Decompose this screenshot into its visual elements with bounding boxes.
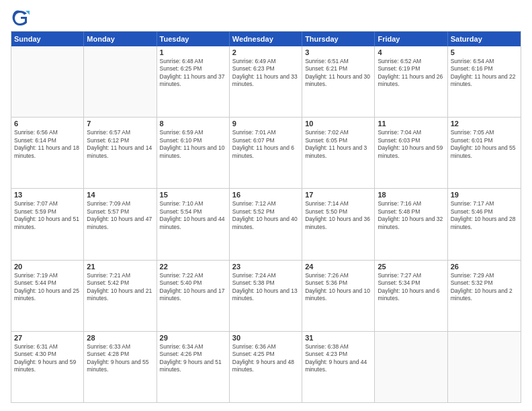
cal-cell: 24Sunrise: 7:26 AMSunset: 5:36 PMDayligh… — [302, 261, 375, 331]
cal-cell: 20Sunrise: 7:19 AMSunset: 5:44 PMDayligh… — [11, 261, 84, 331]
day-number: 25 — [378, 263, 444, 271]
cal-header-sunday: Sunday — [11, 32, 84, 46]
day-info: Sunrise: 7:12 AMSunset: 5:52 PMDaylight:… — [232, 200, 299, 231]
logo-icon — [11, 8, 30, 27]
calendar-header-row: SundayMondayTuesdayWednesdayThursdayFrid… — [11, 32, 521, 46]
day-info: Sunrise: 7:26 AMSunset: 5:36 PMDaylight:… — [305, 272, 371, 303]
day-info: Sunrise: 7:07 AMSunset: 5:59 PMDaylight:… — [14, 200, 81, 231]
day-info: Sunrise: 7:02 AMSunset: 6:05 PMDaylight:… — [305, 129, 371, 160]
day-number: 8 — [160, 120, 226, 128]
day-number: 19 — [451, 191, 518, 199]
cal-cell: 28Sunrise: 6:33 AMSunset: 4:28 PMDayligh… — [84, 332, 157, 402]
day-number: 29 — [160, 334, 226, 342]
day-info: Sunrise: 6:33 AMSunset: 4:28 PMDaylight:… — [87, 343, 153, 374]
day-info: Sunrise: 7:21 AMSunset: 5:42 PMDaylight:… — [87, 272, 153, 303]
day-number: 11 — [378, 120, 444, 128]
cal-cell: 4Sunrise: 6:52 AMSunset: 6:19 PMDaylight… — [375, 46, 447, 117]
day-info: Sunrise: 7:17 AMSunset: 5:46 PMDaylight:… — [451, 200, 518, 231]
cal-week-2: 6Sunrise: 6:56 AMSunset: 6:14 PMDaylight… — [11, 117, 521, 188]
day-info: Sunrise: 6:59 AMSunset: 6:10 PMDaylight:… — [160, 129, 226, 160]
cal-week-5: 27Sunrise: 6:31 AMSunset: 4:30 PMDayligh… — [11, 331, 521, 402]
cal-cell: 17Sunrise: 7:14 AMSunset: 5:50 PMDayligh… — [302, 189, 375, 259]
day-number: 10 — [305, 120, 371, 128]
cal-cell: 9Sunrise: 7:01 AMSunset: 6:07 PMDaylight… — [230, 118, 302, 188]
cal-header-thursday: Thursday — [302, 32, 375, 46]
day-info: Sunrise: 7:04 AMSunset: 6:03 PMDaylight:… — [378, 129, 444, 160]
cal-cell: 18Sunrise: 7:16 AMSunset: 5:48 PMDayligh… — [375, 189, 447, 259]
cal-cell: 2Sunrise: 6:49 AMSunset: 6:23 PMDaylight… — [230, 46, 302, 117]
day-info: Sunrise: 6:34 AMSunset: 4:26 PMDaylight:… — [160, 343, 226, 374]
day-number: 17 — [305, 191, 371, 199]
calendar-body: 1Sunrise: 6:48 AMSunset: 6:25 PMDaylight… — [11, 46, 521, 402]
day-number: 18 — [378, 191, 444, 199]
day-number: 21 — [87, 263, 153, 271]
cal-cell — [84, 46, 157, 117]
day-info: Sunrise: 7:05 AMSunset: 6:01 PMDaylight:… — [451, 129, 518, 160]
cal-week-3: 13Sunrise: 7:07 AMSunset: 5:59 PMDayligh… — [11, 188, 521, 259]
cal-cell: 3Sunrise: 6:51 AMSunset: 6:21 PMDaylight… — [302, 46, 375, 117]
day-number: 27 — [14, 334, 81, 342]
day-info: Sunrise: 7:01 AMSunset: 6:07 PMDaylight:… — [232, 129, 299, 160]
cal-cell: 12Sunrise: 7:05 AMSunset: 6:01 PMDayligh… — [448, 118, 521, 188]
day-number: 24 — [305, 263, 371, 271]
cal-cell: 14Sunrise: 7:09 AMSunset: 5:57 PMDayligh… — [84, 189, 157, 259]
day-info: Sunrise: 6:36 AMSunset: 4:25 PMDaylight:… — [232, 343, 299, 374]
cal-cell: 7Sunrise: 6:57 AMSunset: 6:12 PMDaylight… — [84, 118, 157, 188]
day-info: Sunrise: 6:38 AMSunset: 4:23 PMDaylight:… — [305, 343, 371, 374]
cal-cell: 29Sunrise: 6:34 AMSunset: 4:26 PMDayligh… — [157, 332, 230, 402]
cal-week-1: 1Sunrise: 6:48 AMSunset: 6:25 PMDaylight… — [11, 46, 521, 117]
cal-cell — [11, 46, 84, 117]
day-number: 30 — [232, 334, 299, 342]
day-info: Sunrise: 6:52 AMSunset: 6:19 PMDaylight:… — [378, 58, 444, 89]
day-info: Sunrise: 7:29 AMSunset: 5:32 PMDaylight:… — [451, 272, 518, 303]
day-info: Sunrise: 6:31 AMSunset: 4:30 PMDaylight:… — [14, 343, 81, 374]
cal-cell: 10Sunrise: 7:02 AMSunset: 6:05 PMDayligh… — [302, 118, 375, 188]
page: SundayMondayTuesdayWednesdayThursdayFrid… — [0, 0, 532, 411]
day-info: Sunrise: 6:51 AMSunset: 6:21 PMDaylight:… — [305, 58, 371, 89]
day-info: Sunrise: 6:48 AMSunset: 6:25 PMDaylight:… — [160, 58, 226, 89]
day-number: 1 — [160, 48, 226, 56]
calendar: SundayMondayTuesdayWednesdayThursdayFrid… — [11, 31, 521, 403]
cal-cell: 13Sunrise: 7:07 AMSunset: 5:59 PMDayligh… — [11, 189, 84, 259]
cal-header-tuesday: Tuesday — [157, 32, 230, 46]
day-number: 7 — [87, 120, 153, 128]
day-number: 28 — [87, 334, 153, 342]
day-number: 4 — [378, 48, 444, 56]
day-number: 23 — [232, 263, 299, 271]
day-info: Sunrise: 7:09 AMSunset: 5:57 PMDaylight:… — [87, 200, 153, 231]
day-number: 13 — [14, 191, 81, 199]
day-info: Sunrise: 6:57 AMSunset: 6:12 PMDaylight:… — [87, 129, 153, 160]
cal-cell: 27Sunrise: 6:31 AMSunset: 4:30 PMDayligh… — [11, 332, 84, 402]
day-number: 5 — [451, 48, 518, 56]
cal-cell: 22Sunrise: 7:22 AMSunset: 5:40 PMDayligh… — [157, 261, 230, 331]
day-info: Sunrise: 7:19 AMSunset: 5:44 PMDaylight:… — [14, 272, 81, 303]
cal-week-4: 20Sunrise: 7:19 AMSunset: 5:44 PMDayligh… — [11, 260, 521, 331]
day-info: Sunrise: 6:56 AMSunset: 6:14 PMDaylight:… — [14, 129, 81, 160]
cal-header-monday: Monday — [84, 32, 157, 46]
cal-cell: 19Sunrise: 7:17 AMSunset: 5:46 PMDayligh… — [448, 189, 521, 259]
cal-header-saturday: Saturday — [448, 32, 521, 46]
cal-cell: 15Sunrise: 7:10 AMSunset: 5:54 PMDayligh… — [157, 189, 230, 259]
cal-cell: 21Sunrise: 7:21 AMSunset: 5:42 PMDayligh… — [84, 261, 157, 331]
cal-cell: 6Sunrise: 6:56 AMSunset: 6:14 PMDaylight… — [11, 118, 84, 188]
logo — [11, 8, 32, 27]
cal-cell: 25Sunrise: 7:27 AMSunset: 5:34 PMDayligh… — [375, 261, 447, 331]
day-number: 31 — [305, 334, 371, 342]
day-number: 22 — [160, 263, 226, 271]
day-number: 6 — [14, 120, 81, 128]
cal-cell — [448, 332, 521, 402]
day-number: 14 — [87, 191, 153, 199]
cal-cell: 5Sunrise: 6:54 AMSunset: 6:16 PMDaylight… — [448, 46, 521, 117]
day-number: 20 — [14, 263, 81, 271]
cal-cell: 23Sunrise: 7:24 AMSunset: 5:38 PMDayligh… — [230, 261, 302, 331]
cal-cell: 16Sunrise: 7:12 AMSunset: 5:52 PMDayligh… — [230, 189, 302, 259]
cal-cell: 26Sunrise: 7:29 AMSunset: 5:32 PMDayligh… — [448, 261, 521, 331]
day-info: Sunrise: 6:54 AMSunset: 6:16 PMDaylight:… — [451, 58, 518, 89]
day-number: 15 — [160, 191, 226, 199]
cal-header-friday: Friday — [375, 32, 447, 46]
header — [11, 8, 521, 27]
day-number: 9 — [232, 120, 299, 128]
cal-cell — [375, 332, 447, 402]
cal-header-wednesday: Wednesday — [230, 32, 302, 46]
day-info: Sunrise: 7:10 AMSunset: 5:54 PMDaylight:… — [160, 200, 226, 231]
